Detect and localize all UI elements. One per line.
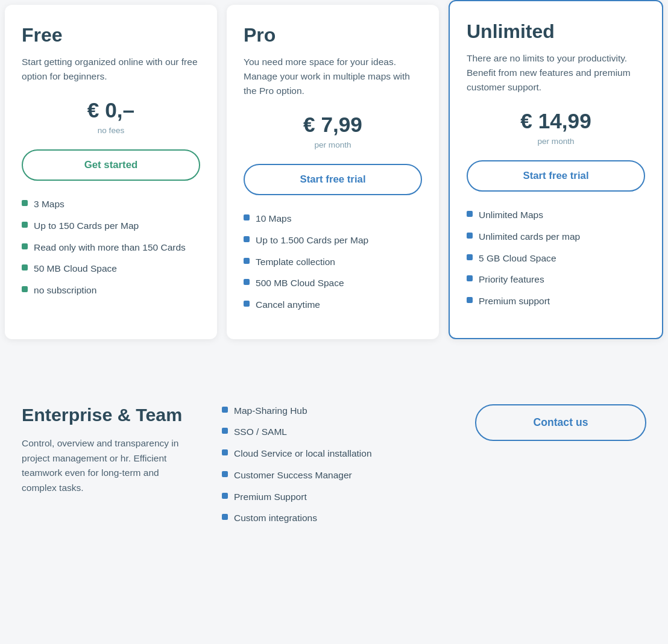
bullet-icon [22, 286, 28, 292]
bullet-icon [222, 407, 228, 413]
plan-unlimited-features: Unlimited Maps Unlimited cards per map 5… [467, 208, 645, 308]
enterprise-features: Map-Sharing Hub SSO / SAML Cloud Service… [222, 404, 446, 525]
bullet-icon [222, 514, 228, 520]
bullet-icon [244, 258, 250, 264]
plan-pro-button[interactable]: Start free trial [244, 164, 422, 195]
feature-text: Priority features [479, 273, 544, 286]
feature-text: 10 Maps [256, 212, 292, 225]
bullet-icon [222, 471, 228, 477]
bullet-icon [244, 214, 250, 220]
feature-text: SSO / SAML [234, 425, 287, 439]
bullet-icon [244, 301, 250, 307]
feature-text: Read only with more than 150 Cards [34, 241, 186, 254]
feature-item: Unlimited Maps [467, 208, 645, 222]
plan-pro-price: € 7,99 [244, 113, 422, 137]
feature-text: Template collection [256, 255, 335, 269]
plan-unlimited-price: € 14,99 [467, 109, 645, 133]
enterprise-title: Enterprise & Team [22, 404, 193, 425]
bullet-icon [22, 264, 28, 270]
feature-item: Customer Success Manager [222, 469, 446, 482]
plan-pro-name: Pro [244, 24, 422, 46]
bullet-icon [222, 493, 228, 499]
feature-text: Unlimited Maps [479, 208, 543, 222]
feature-item: Premium Support [222, 490, 446, 504]
plan-unlimited-amount: € 14,99 [467, 109, 645, 133]
plan-free-label: no fees [22, 126, 200, 135]
bullet-icon [22, 243, 28, 249]
bullet-icon [467, 275, 473, 281]
plan-free-amount: € 0,– [22, 98, 200, 122]
feature-text: 50 MB Cloud Space [34, 262, 117, 275]
bullet-icon [22, 200, 28, 206]
feature-item: Map-Sharing Hub [222, 404, 446, 417]
feature-text: Premium Support [234, 490, 307, 504]
feature-item: SSO / SAML [222, 425, 446, 439]
feature-item: 5 GB Cloud Space [467, 252, 645, 265]
enterprise-section: Enterprise & Team Control, overview and … [0, 368, 668, 569]
plan-free-button[interactable]: Get started [22, 149, 200, 181]
plan-free: Free Start getting organized online with… [5, 5, 217, 339]
enterprise-features-panel: Map-Sharing Hub SSO / SAML Cloud Service… [210, 392, 458, 545]
plan-pro-amount: € 7,99 [244, 113, 422, 137]
plan-unlimited-description: There are no limits to your productivity… [467, 51, 645, 95]
plan-pro-features: 10 Maps Up to 1.500 Cards per Map Templa… [244, 212, 422, 311]
bullet-icon [467, 211, 473, 217]
plan-unlimited: Unlimited There are no limits to your pr… [449, 0, 663, 339]
feature-text: 3 Maps [34, 198, 65, 211]
feature-item: Up to 1.500 Cards per Map [244, 234, 422, 247]
bullet-icon [467, 254, 473, 260]
feature-text: Up to 150 Cards per Map [34, 219, 139, 233]
feature-item: Unlimited cards per map [467, 230, 645, 243]
feature-text: Customer Success Manager [234, 469, 352, 482]
bullet-icon [22, 222, 28, 228]
feature-item: Cancel anytime [244, 298, 422, 311]
feature-text: Unlimited cards per map [479, 230, 580, 243]
plan-unlimited-name: Unlimited [467, 20, 645, 43]
feature-text: 500 MB Cloud Space [256, 277, 344, 290]
bullet-icon [244, 279, 250, 285]
feature-item: no subscription [22, 284, 200, 297]
plan-pro-description: You need more space for your ideas. Mana… [244, 55, 422, 98]
feature-item: Premium support [467, 295, 645, 308]
bullet-icon [222, 428, 228, 434]
plan-free-features: 3 Maps Up to 150 Cards per Map Read only… [22, 198, 200, 297]
feature-text: Custom integrations [234, 511, 317, 525]
bullet-icon [222, 449, 228, 455]
enterprise-left-panel: Enterprise & Team Control, overview and … [5, 392, 210, 508]
feature-item: 50 MB Cloud Space [22, 262, 200, 275]
plan-free-description: Start getting organized online with our … [22, 55, 200, 84]
plan-unlimited-label: per month [467, 137, 645, 146]
plan-unlimited-button[interactable]: Start free trial [467, 160, 645, 192]
plan-pro: Pro You need more space for your ideas. … [227, 5, 439, 339]
feature-item: Read only with more than 150 Cards [22, 241, 200, 254]
feature-item: Template collection [244, 255, 422, 269]
plan-pro-label: per month [244, 140, 422, 149]
enterprise-description: Control, overview and transparency in pr… [22, 436, 193, 496]
bullet-icon [244, 236, 250, 242]
pricing-plans: Free Start getting organized online with… [0, 0, 668, 368]
feature-item: Custom integrations [222, 511, 446, 525]
feature-text: no subscription [34, 284, 96, 297]
plan-free-name: Free [22, 24, 200, 46]
feature-item: 500 MB Cloud Space [244, 277, 422, 290]
enterprise-cta-panel: Contact us [458, 392, 663, 453]
feature-text: Map-Sharing Hub [234, 404, 307, 417]
bullet-icon [467, 233, 473, 239]
plan-free-price: € 0,– [22, 98, 200, 122]
feature-text: Cloud Service or local installation [234, 447, 372, 460]
feature-text: Up to 1.500 Cards per Map [256, 234, 368, 247]
feature-item: 3 Maps [22, 198, 200, 211]
bullet-icon [467, 297, 473, 303]
feature-text: Premium support [479, 295, 550, 308]
feature-item: Priority features [467, 273, 645, 286]
feature-item: Cloud Service or local installation [222, 447, 446, 460]
feature-item: 10 Maps [244, 212, 422, 225]
feature-text: Cancel anytime [256, 298, 320, 311]
feature-text: 5 GB Cloud Space [479, 252, 556, 265]
feature-item: Up to 150 Cards per Map [22, 219, 200, 233]
contact-us-button[interactable]: Contact us [475, 404, 646, 441]
